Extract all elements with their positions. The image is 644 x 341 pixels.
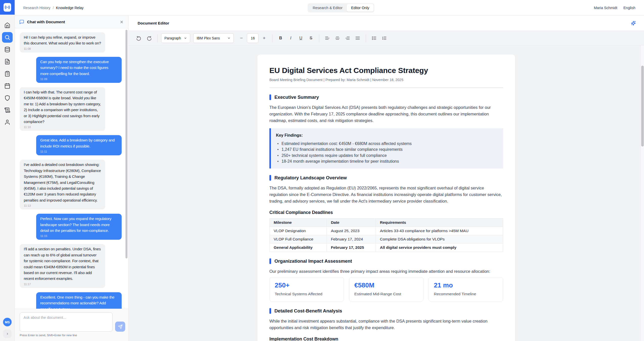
stat-value: €580M	[354, 281, 418, 289]
sidebar-item-security[interactable]	[1, 92, 13, 104]
breadcrumb-root[interactable]: Research History	[23, 6, 50, 10]
table-heading: Critical Compliance Deadlines	[269, 210, 503, 215]
strikethrough-button[interactable]: S	[306, 34, 315, 43]
send-button[interactable]	[115, 322, 125, 332]
avatar[interactable]: MS	[3, 318, 12, 326]
stat-label: Estimated Mid-Range Cost	[354, 292, 418, 296]
tab-research-editor[interactable]: Research & Editor	[308, 4, 347, 12]
key-findings-callout: Key Findings: Estimated implementation c…	[269, 128, 503, 168]
chat-scrollbar[interactable]	[125, 30, 127, 258]
stat-card: 21 moRecommended Timeline	[428, 277, 503, 302]
database-icon	[4, 46, 10, 53]
bullet-list-button[interactable]	[370, 34, 379, 43]
section-heading-cost-benefit: Detailed Cost-Benefit Analysis	[269, 308, 503, 314]
chat-header: Chat with Document	[15, 16, 128, 28]
key-finding-item: 250+ technical systems require updates f…	[276, 153, 498, 158]
align-right-icon	[345, 36, 350, 41]
underline-button[interactable]: U	[296, 34, 305, 43]
scroll-icon	[4, 107, 10, 113]
font-size-input[interactable]: 16	[247, 33, 259, 43]
close-icon	[120, 20, 124, 24]
tab-editor-only[interactable]: Editor Only	[347, 4, 374, 12]
key-findings-list: Estimated implementation cost: €450M - €…	[276, 141, 498, 164]
sparkles-icon	[630, 20, 636, 26]
align-center-button[interactable]	[333, 34, 342, 43]
language-selector[interactable]: English	[623, 6, 635, 10]
editor-panel: Document Editor Paragraph	[128, 16, 644, 341]
chat-input[interactable]	[20, 312, 113, 332]
chat-input-area: Press Enter to send, Shift+Enter for new…	[15, 309, 128, 341]
view-mode-tabs: Research & Editor Editor Only	[308, 3, 374, 12]
align-right-button[interactable]	[343, 34, 352, 43]
user-name[interactable]: Maria Schmidt	[594, 6, 617, 10]
app-logo[interactable]	[0, 0, 15, 15]
chat-panel: Chat with Document Hi! I can help you re…	[15, 16, 128, 341]
align-justify-button[interactable]	[353, 34, 362, 43]
main-area: Research History / Knowledge Relay Resea…	[15, 0, 644, 341]
editor-header: Document Editor	[128, 16, 644, 31]
table-header-cell: Milestone	[270, 218, 327, 227]
topbar-user-info: Maria Schmidt English	[363, 6, 635, 10]
sidebar-item-calendar[interactable]	[1, 80, 13, 92]
editor-scrollbar[interactable]	[640, 45, 644, 341]
clipboard-icon	[4, 71, 10, 77]
file-text-icon	[4, 59, 10, 65]
block-style-select[interactable]: Paragraph	[161, 33, 190, 43]
document-scroll-area[interactable]: EU Digital Services Act Compliance Strat…	[128, 45, 644, 341]
bullet-list-icon	[372, 36, 377, 41]
chevron-down-icon	[184, 37, 187, 40]
sidebar-item-scroll[interactable]	[1, 104, 13, 116]
ai-assist-button[interactable]	[630, 20, 636, 26]
compliance-deadlines-table: MilestoneDateRequirements VLOP Designati…	[269, 218, 503, 252]
cost-breakdown-heading: Implementation Cost Breakdown	[269, 336, 503, 341]
document-card: EU Digital Services Act Compliance Strat…	[257, 55, 515, 341]
table-cell: February 17, 2024	[327, 235, 376, 243]
message-timestamp: 11:13	[24, 204, 101, 207]
chat-message-user: Great idea. Add a breakdown by category …	[36, 135, 122, 155]
message-timestamp: 11:10	[24, 125, 101, 129]
impact-assessment-paragraph: Our preliminary assessment identifies th…	[269, 268, 503, 275]
sidebar-item-documents[interactable]	[1, 56, 13, 68]
numbered-list-icon	[382, 36, 387, 41]
section-bar	[269, 308, 271, 314]
chat-close-button[interactable]	[120, 20, 124, 24]
table-cell: August 25, 2023	[327, 227, 376, 235]
table-cell: All digital service providers must compl…	[376, 243, 503, 252]
sidebar-item-search[interactable]	[1, 31, 13, 43]
sidebar-item-tasks[interactable]	[1, 68, 13, 80]
table-cell: February 17, 2025	[327, 243, 376, 252]
align-center-icon	[335, 36, 340, 41]
font-family-select[interactable]: IBM Plex Sans	[193, 33, 234, 43]
table-row: General ApplicabilityFebruary 17, 2025Al…	[270, 243, 503, 252]
chat-message-assistant: I can help with that. The current cost r…	[20, 87, 105, 131]
align-left-button[interactable]	[323, 34, 332, 43]
section-heading-executive-summary: Executive Summary	[269, 94, 503, 100]
user-icon	[4, 119, 10, 125]
chat-input-hint: Press Enter to send, Shift+Enter for new…	[20, 334, 125, 337]
toolbar-separator	[366, 34, 366, 42]
sidebar-expand-button[interactable]	[3, 329, 11, 338]
radio-broadcast-icon	[5, 5, 10, 10]
key-finding-item: 18-24 month average implementation timel…	[276, 158, 498, 164]
undo-button[interactable]	[135, 34, 144, 43]
italic-button[interactable]: I	[286, 34, 295, 43]
chat-message-user: Can you help me strengthen the executive…	[36, 57, 122, 83]
stat-card: €580MEstimated Mid-Range Cost	[349, 277, 424, 302]
decrease-font-button[interactable]: −	[237, 34, 246, 43]
sidebar-item-database[interactable]	[1, 43, 13, 56]
bold-button[interactable]: B	[276, 34, 285, 43]
message-timestamp: 11:15	[40, 234, 118, 238]
message-timestamp: 11:08	[24, 47, 101, 51]
numbered-list-button[interactable]	[380, 34, 389, 43]
sidebar: MS	[0, 0, 15, 341]
increase-font-button[interactable]: +	[260, 34, 269, 43]
chat-message-assistant: I'll add a section on penalties. Under D…	[20, 244, 105, 288]
sidebar-item-home[interactable]	[1, 19, 13, 31]
redo-button[interactable]	[145, 34, 154, 43]
editor-scrollbar-thumb[interactable]	[641, 66, 644, 147]
section-bar	[269, 258, 271, 264]
document-title: EU Digital Services Act Compliance Strat…	[269, 66, 503, 75]
sidebar-item-profile[interactable]	[1, 116, 13, 128]
align-left-icon	[325, 36, 330, 41]
table-row: VLOP DesignationAugust 25, 2023Articles …	[270, 227, 503, 235]
